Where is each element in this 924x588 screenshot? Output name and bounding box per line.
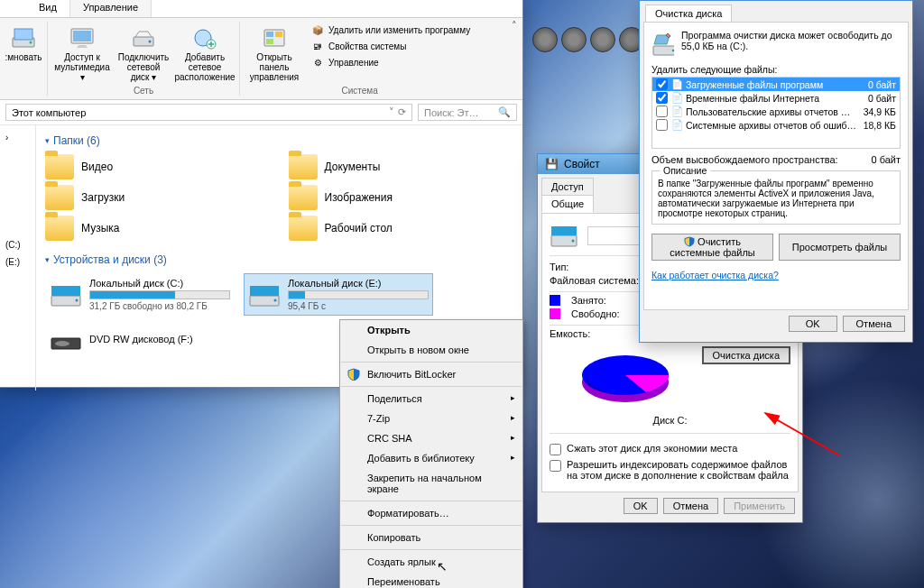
drive-label: Локальный диск (E:) — [288, 278, 429, 289]
cm-addlib[interactable]: Добавить в библиотеку — [340, 448, 522, 468]
drive-icon: DVD — [50, 326, 82, 353]
cleanup-file-list[interactable]: 📄Загруженные файлы программ0 байт📄Времен… — [651, 77, 901, 149]
ribbon-netdrive[interactable]: Подключить сетевой диск ▾ — [115, 22, 172, 84]
placeholder: Поиск: Эт… — [424, 107, 479, 118]
view-files-button[interactable]: Просмотреть файлы — [779, 234, 901, 261]
tab-general[interactable]: Общие — [541, 195, 594, 213]
cm-7zip[interactable]: 7-Zip — [340, 409, 522, 428]
svg-point-2 — [30, 41, 32, 44]
svg-rect-11 — [275, 32, 282, 37]
ok-button[interactable]: OK — [789, 316, 837, 332]
cleanup-item-name: Системные архивы отчетов об ошиб… — [686, 120, 856, 131]
refresh-icon[interactable]: ⟳ — [398, 106, 406, 118]
drive-item[interactable]: Локальный диск (C:)31,2 ГБ свободно из 8… — [45, 273, 235, 316]
cm-format[interactable]: Форматировать… — [340, 503, 522, 523]
svg-point-17 — [274, 299, 277, 301]
cm-copy[interactable]: Копировать — [340, 528, 522, 547]
drive-item[interactable]: DVDDVD RW дисковод (F:) — [45, 321, 235, 357]
cancel-button[interactable]: Отмена — [663, 498, 718, 514]
svg-rect-1 — [14, 29, 32, 40]
ribbon-remap[interactable]: :мновать — [5, 22, 42, 64]
cleanup-item[interactable]: 📄Загруженные файлы программ0 байт — [652, 78, 900, 91]
collapse-ribbon-icon[interactable]: ˄ — [512, 20, 517, 32]
cm-open-new[interactable]: Открыть в новом окне — [340, 340, 522, 360]
ribbon-manage[interactable]: ⚙Управление — [307, 54, 474, 70]
ribbon-sysprops[interactable]: 🖳Свойства системы — [307, 38, 474, 54]
folder-icon — [289, 185, 318, 210]
folder-item[interactable]: Видео — [45, 154, 271, 179]
cleanup-checkbox[interactable] — [656, 106, 668, 117]
cm-open[interactable]: Открыть — [340, 320, 522, 340]
cm-bitlocker[interactable]: Включить BitLocker — [340, 364, 522, 384]
nav-item-e[interactable]: (E:) — [0, 253, 35, 271]
folders-header[interactable]: Папки (6) — [45, 134, 513, 147]
ribbon-netloc[interactable]: Добавить сетевое расположение — [176, 22, 234, 84]
group-label: Система — [341, 86, 377, 96]
monitor-icon — [68, 23, 97, 52]
cm-shortcut[interactable]: Создать ярлык — [340, 552, 522, 572]
tab-cleanup[interactable]: Очистка диска — [645, 5, 732, 22]
tray-icon[interactable] — [590, 27, 615, 52]
capacity-pie-chart — [576, 346, 675, 409]
disk-cleanup-button[interactable]: Очистка диска — [702, 346, 790, 364]
apply-button[interactable]: Применить — [724, 498, 795, 514]
chevron-down-icon[interactable]: ˅ — [389, 106, 394, 118]
tab-view[interactable]: Вид — [26, 0, 70, 17]
free-swatch — [550, 308, 560, 319]
ribbon-multimedia[interactable]: Доступ к мультимедиа ▾ — [53, 22, 111, 84]
nav-tree[interactable]: › (C:) (E:) — [0, 125, 36, 390]
desc-header: Описание — [660, 165, 710, 176]
title-text: Свойст — [564, 158, 600, 170]
svg-rect-10 — [266, 32, 273, 37]
nav-item-c[interactable]: (C:) — [0, 236, 35, 253]
cleanup-item-name: Загруженные файлы программ — [686, 79, 823, 90]
folder-label: Документы — [325, 161, 381, 173]
nav-item[interactable]: › — [0, 129, 35, 146]
folder-item[interactable]: Рабочий стол — [289, 216, 514, 241]
compress-checkbox[interactable] — [550, 444, 561, 455]
index-checkbox[interactable] — [550, 460, 561, 472]
cleanup-item-size: 0 байт — [868, 93, 896, 104]
folder-item[interactable]: Загрузки — [45, 185, 271, 210]
tab-manage[interactable]: Управление — [70, 0, 152, 17]
search-input[interactable]: Поиск: Эт… 🔍 — [418, 104, 517, 121]
tab-access[interactable]: Доступ — [541, 178, 594, 195]
cm-crcsha[interactable]: CRC SHA — [340, 428, 522, 448]
tray-icon[interactable] — [532, 27, 558, 52]
folder-item[interactable]: Документы — [289, 154, 514, 179]
ok-button[interactable]: OK — [624, 498, 658, 514]
cm-pin[interactable]: Закрепить на начальном экране — [340, 468, 522, 499]
cancel-button[interactable]: Отмена — [843, 316, 905, 332]
folder-item[interactable]: Музыка — [45, 216, 271, 241]
cleanup-checkbox[interactable] — [656, 78, 668, 90]
cleanup-item-size: 0 байт — [868, 79, 896, 90]
box-icon: 📦 — [310, 23, 325, 37]
clean-system-button[interactable]: Очистить системные файлы — [651, 234, 773, 261]
cm-share[interactable]: Поделиться — [340, 389, 522, 409]
drives-header[interactable]: Устройства и диски (3) — [45, 253, 513, 266]
cleanup-item[interactable]: 📄Системные архивы отчетов об ошиб…18,8 К… — [652, 118, 900, 132]
cleanup-checkbox[interactable] — [656, 92, 668, 104]
how-works-link[interactable]: Как работает очистка диска? — [651, 270, 779, 280]
ribbon: ˄ :мновать Доступ к мультимедиа ▾ Подклю… — [0, 18, 522, 100]
taskbar-tray — [532, 27, 644, 52]
ribbon-uninstall[interactable]: 📦Удалить или изменить программу — [307, 22, 474, 38]
label: Открыть панель управления — [247, 52, 301, 82]
label: Емкость: — [550, 328, 649, 339]
cm-rename[interactable]: Переименовать — [340, 572, 522, 588]
label: Свойства системы — [328, 41, 406, 51]
address-box[interactable]: Этот компьютер ˅ ⟳ — [5, 104, 412, 121]
folder-icon — [289, 154, 318, 179]
drive-item[interactable]: Локальный диск (E:)95,4 ГБ с — [244, 273, 433, 316]
globe-plus-icon — [190, 23, 219, 52]
cleanup-item[interactable]: 📄Пользовательские архивы отчетов …34,9 К… — [652, 105, 900, 118]
cleanup-item[interactable]: 📄Временные файлы Интернета0 байт — [652, 91, 900, 105]
desc-text: В папке "Загруженные файлы программ" вре… — [658, 179, 894, 218]
cleanup-checkbox[interactable] — [656, 119, 668, 131]
tray-icon[interactable] — [561, 27, 587, 52]
ribbon-ctrlpanel[interactable]: Открыть панель управления — [245, 22, 303, 84]
cleanup-item-size: 34,9 КБ — [864, 106, 896, 117]
label: Сжать этот диск для экономии места — [567, 443, 737, 454]
folder-item[interactable]: Изображения — [289, 185, 514, 210]
label: :мновать — [5, 52, 42, 62]
